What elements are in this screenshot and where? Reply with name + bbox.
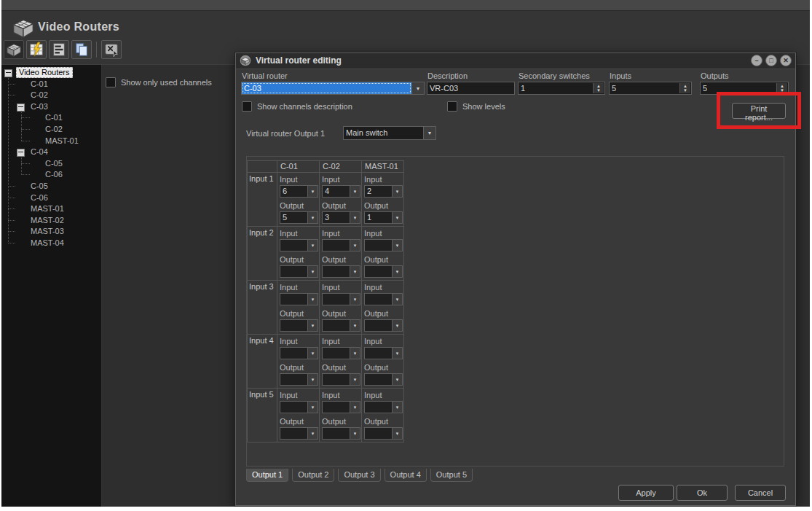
- matrix-input-combobox[interactable]: [280, 347, 318, 359]
- ok-button[interactable]: Ok: [677, 485, 728, 501]
- virtual-router-combobox[interactable]: C-03: [241, 82, 425, 95]
- matrix-output-combobox[interactable]: [280, 319, 318, 332]
- matrix-output-combobox[interactable]: [322, 319, 360, 332]
- chevron-down-icon[interactable]: [307, 240, 318, 251]
- show-only-used-channels-checkbox[interactable]: Show only used channels: [106, 77, 212, 87]
- tab-output-2[interactable]: Output 2: [292, 469, 334, 482]
- chevron-down-icon[interactable]: [392, 374, 402, 385]
- spinner-updown-icon[interactable]: [593, 83, 604, 93]
- apply-button[interactable]: Apply: [618, 485, 674, 501]
- chevron-down-icon[interactable]: [350, 266, 360, 277]
- maximize-button[interactable]: □: [765, 55, 777, 66]
- chevron-down-icon[interactable]: [350, 348, 360, 359]
- chevron-down-icon[interactable]: [350, 428, 360, 439]
- main-switch-combobox[interactable]: Main switch: [343, 126, 436, 140]
- dialog-titlebar[interactable]: Virtual router editing –□✕: [236, 53, 795, 69]
- chevron-down-icon[interactable]: [307, 348, 318, 359]
- tree-item[interactable]: C-02: [1, 90, 101, 101]
- tree-item[interactable]: MAST-03: [1, 226, 101, 238]
- print-report-button[interactable]: Print report...: [732, 103, 786, 119]
- chevron-down-icon[interactable]: [350, 212, 360, 223]
- chevron-down-icon[interactable]: [350, 240, 360, 251]
- chevron-down-icon[interactable]: [307, 320, 318, 331]
- tree-item[interactable]: Video Routers: [1, 67, 101, 79]
- tree-item[interactable]: C-04: [1, 147, 101, 158]
- chevron-down-icon[interactable]: [392, 348, 402, 359]
- disconnect-button[interactable]: [101, 40, 122, 59]
- close-button[interactable]: ✕: [780, 55, 792, 66]
- checkbox-box-icon[interactable]: [106, 77, 116, 87]
- tab-output-3[interactable]: Output 3: [338, 469, 380, 482]
- matrix-input-combobox[interactable]: 4: [322, 185, 360, 198]
- copy-button[interactable]: [71, 40, 92, 59]
- minimize-button[interactable]: –: [751, 55, 762, 66]
- matrix-output-combobox[interactable]: [364, 319, 403, 332]
- matrix-input-combobox[interactable]: 2: [364, 185, 403, 198]
- tab-output-1[interactable]: Output 1: [246, 469, 288, 482]
- tab-output-4[interactable]: Output 4: [385, 469, 427, 482]
- checkbox-box-icon[interactable]: [242, 101, 252, 112]
- secondary-switches-input[interactable]: 1: [518, 82, 605, 95]
- matrix-output-combobox[interactable]: [280, 265, 318, 278]
- matrix-input-combobox[interactable]: 6: [280, 185, 318, 198]
- chevron-down-icon[interactable]: [307, 294, 318, 305]
- tree-item[interactable]: C-01: [1, 112, 101, 124]
- matrix-output-combobox[interactable]: [322, 373, 360, 386]
- tree-expander-minus-icon[interactable]: [17, 104, 25, 112]
- matrix-input-combobox[interactable]: [364, 293, 403, 305]
- tree-item[interactable]: MAST-01: [1, 136, 101, 147]
- show-channels-description-checkbox[interactable]: Show channels description: [242, 101, 352, 112]
- inputs-input[interactable]: 5: [609, 82, 692, 95]
- router-matrix-button[interactable]: [4, 40, 24, 59]
- tree-item[interactable]: MAST-02: [1, 215, 101, 227]
- chevron-down-icon[interactable]: [350, 320, 360, 331]
- tree-item[interactable]: MAST-01: [1, 203, 101, 215]
- chevron-down-icon[interactable]: [392, 212, 402, 223]
- spinner-updown-icon[interactable]: [679, 83, 690, 93]
- description-input[interactable]: VR-C03: [427, 82, 515, 95]
- matrix-input-combobox[interactable]: [364, 239, 403, 251]
- tree-item[interactable]: C-02: [1, 124, 101, 136]
- matrix-output-combobox[interactable]: 5: [280, 211, 318, 224]
- chevron-down-icon[interactable]: [392, 428, 402, 439]
- tree-item[interactable]: C-03: [1, 101, 101, 113]
- chevron-down-icon[interactable]: [411, 82, 424, 94]
- matrix-output-combobox[interactable]: [322, 265, 360, 278]
- chevron-down-icon[interactable]: [307, 212, 318, 223]
- matrix-output-combobox[interactable]: [280, 427, 318, 440]
- matrix-output-combobox[interactable]: [322, 427, 360, 440]
- matrix-input-combobox[interactable]: [322, 239, 360, 251]
- tree-item[interactable]: C-06: [1, 169, 101, 181]
- chevron-down-icon[interactable]: [350, 186, 360, 197]
- matrix-output-combobox[interactable]: 3: [322, 211, 360, 224]
- matrix-input-combobox[interactable]: [280, 293, 318, 305]
- tree-expander-minus-icon[interactable]: [4, 69, 12, 77]
- tree-expander-minus-icon[interactable]: [17, 149, 25, 157]
- matrix-input-combobox[interactable]: [322, 347, 360, 359]
- matrix-output-combobox[interactable]: [280, 373, 318, 386]
- chevron-down-icon[interactable]: [392, 402, 402, 413]
- chevron-down-icon[interactable]: [350, 294, 360, 305]
- cancel-button[interactable]: Cancel: [735, 485, 786, 501]
- checkbox-box-icon[interactable]: [447, 101, 457, 112]
- chevron-down-icon[interactable]: [307, 266, 318, 277]
- chevron-down-icon[interactable]: [392, 266, 402, 277]
- matrix-input-combobox[interactable]: [280, 401, 318, 413]
- tab-output-5[interactable]: Output 5: [430, 469, 473, 482]
- chevron-down-icon[interactable]: [307, 374, 318, 385]
- matrix-output-combobox[interactable]: 1: [364, 211, 403, 224]
- chevron-down-icon[interactable]: [392, 186, 402, 197]
- matrix-output-combobox[interactable]: [364, 373, 403, 386]
- tree-item[interactable]: C-01: [1, 79, 101, 90]
- tree-item[interactable]: C-05: [1, 181, 101, 192]
- show-levels-checkbox[interactable]: Show levels: [447, 101, 505, 112]
- chevron-down-icon[interactable]: [392, 294, 402, 305]
- chevron-down-icon[interactable]: [423, 127, 435, 139]
- chevron-down-icon[interactable]: [307, 428, 318, 439]
- chevron-down-icon[interactable]: [307, 402, 318, 413]
- matrix-output-combobox[interactable]: [364, 265, 403, 278]
- chevron-down-icon[interactable]: [350, 374, 360, 385]
- matrix-input-combobox[interactable]: [322, 293, 360, 305]
- matrix-input-combobox[interactable]: [322, 401, 360, 413]
- tree-item[interactable]: MAST-04: [1, 238, 101, 249]
